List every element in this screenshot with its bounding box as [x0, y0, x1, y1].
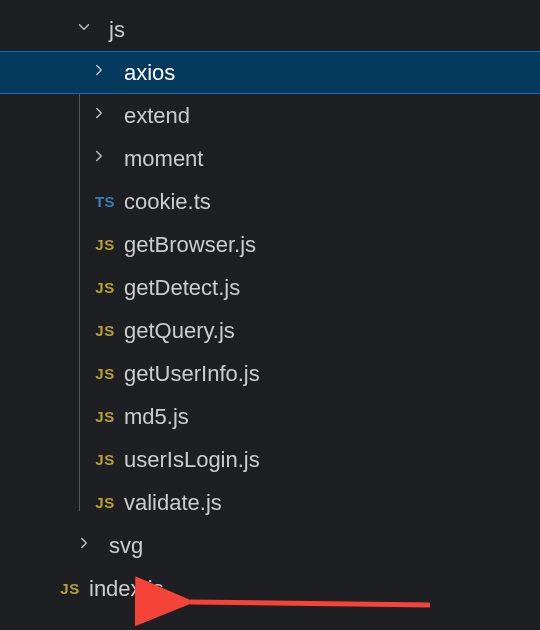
- js-file-icon: JS: [90, 448, 120, 472]
- chevron-right-icon: [75, 534, 105, 558]
- tree-folder-label: svg: [109, 533, 143, 559]
- tree-file-label: md5.js: [124, 404, 189, 430]
- tree-folder-label: js: [109, 17, 125, 43]
- tree-file-userislogin[interactable]: JS userIsLogin.js: [0, 438, 540, 481]
- tree-file-label: getQuery.js: [124, 318, 235, 344]
- chevron-down-icon: [75, 18, 105, 42]
- tree-file-label: userIsLogin.js: [124, 447, 260, 473]
- tree-file-label: getDetect.js: [124, 275, 240, 301]
- js-file-icon: JS: [55, 577, 85, 601]
- tree-file-getdetect[interactable]: JS getDetect.js: [0, 266, 540, 309]
- tree-folder-label: axios: [124, 60, 175, 86]
- tree-folder-label: extend: [124, 103, 190, 129]
- tree-file-getquery[interactable]: JS getQuery.js: [0, 309, 540, 352]
- file-explorer: js axios extend moment TS cookie.ts JS g…: [0, 0, 540, 610]
- tree-file-index[interactable]: JS index.js: [0, 567, 540, 610]
- tree-file-label: index.js: [89, 576, 164, 602]
- chevron-right-icon: [90, 61, 120, 85]
- chevron-right-icon: [90, 104, 120, 128]
- tree-folder-svg[interactable]: svg: [0, 524, 540, 567]
- tree-file-label: getBrowser.js: [124, 232, 256, 258]
- tree-folder-axios[interactable]: axios: [0, 51, 540, 94]
- chevron-right-icon: [90, 147, 120, 171]
- js-file-icon: JS: [90, 233, 120, 257]
- tree-file-label: validate.js: [124, 490, 222, 516]
- js-file-icon: JS: [90, 276, 120, 300]
- tree-folder-js[interactable]: js: [0, 8, 540, 51]
- tree-file-getbrowser[interactable]: JS getBrowser.js: [0, 223, 540, 266]
- tree-file-label: cookie.ts: [124, 189, 211, 215]
- tree-file-getuserinfo[interactable]: JS getUserInfo.js: [0, 352, 540, 395]
- tree-file-cookie[interactable]: TS cookie.ts: [0, 180, 540, 223]
- tree-folder-extend[interactable]: extend: [0, 94, 540, 137]
- js-file-icon: JS: [90, 362, 120, 386]
- tree-file-md5[interactable]: JS md5.js: [0, 395, 540, 438]
- tree-folder-label: moment: [124, 146, 203, 172]
- js-file-icon: JS: [90, 491, 120, 515]
- tree-folder-moment[interactable]: moment: [0, 137, 540, 180]
- tree-file-label: getUserInfo.js: [124, 361, 260, 387]
- ts-file-icon: TS: [90, 190, 120, 214]
- tree-file-validate[interactable]: JS validate.js: [0, 481, 540, 524]
- js-file-icon: JS: [90, 319, 120, 343]
- js-file-icon: JS: [90, 405, 120, 429]
